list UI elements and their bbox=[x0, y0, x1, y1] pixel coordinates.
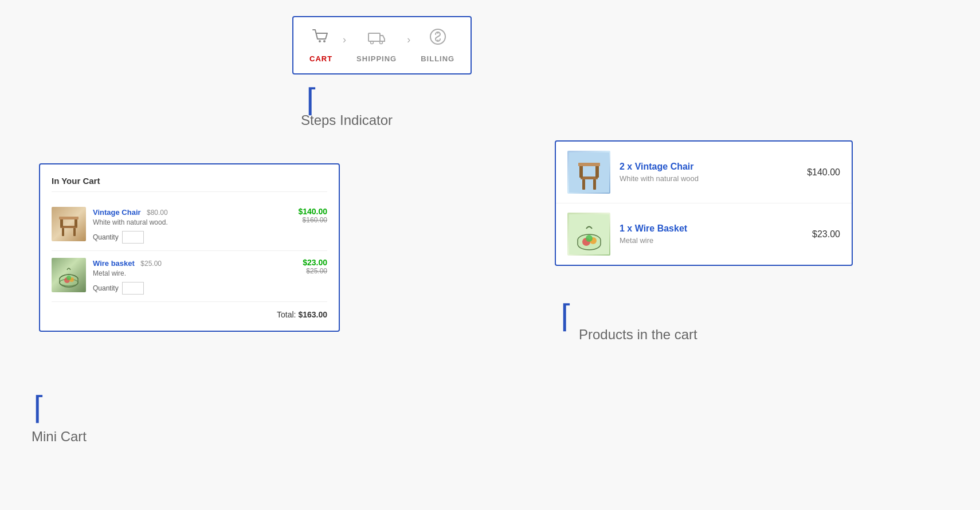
cart-total-label: Total: bbox=[277, 310, 296, 319]
svg-rect-21 bbox=[595, 165, 599, 178]
wire-basket-unit-price: $25.00 bbox=[140, 260, 162, 268]
arrow-2: › bbox=[407, 34, 410, 46]
wire-basket-original-price: $25.00 bbox=[303, 267, 327, 275]
cart-item-vintage-chair: Vintage Chair $80.00 White with natural … bbox=[52, 200, 327, 251]
product-basket-qty-name: 1 x Wire Basket bbox=[620, 223, 803, 234]
vintage-chair-qty-row: Quantity bbox=[93, 231, 291, 244]
step-billing-label: BILLING bbox=[421, 54, 454, 63]
product-chair-qty-name: 2 x Vintage Chair bbox=[620, 162, 798, 172]
svg-rect-11 bbox=[59, 217, 79, 219]
wire-basket-qty-row: Quantity bbox=[93, 282, 296, 295]
product-chair-price: $140.00 bbox=[807, 167, 840, 178]
wire-basket-final-price: $23.00 bbox=[303, 258, 327, 267]
svg-point-3 bbox=[371, 41, 374, 44]
wire-basket-details: Wire basket $25.00 Metal wire. Quantity bbox=[93, 258, 296, 295]
svg-rect-9 bbox=[60, 218, 63, 227]
product-row-vintage-chair: 2 x Vintage Chair White with natural woo… bbox=[556, 142, 852, 203]
wire-basket-image bbox=[52, 258, 86, 292]
step-billing[interactable]: BILLING bbox=[421, 28, 454, 63]
steps-bracket: ⌈ bbox=[306, 85, 318, 116]
product-basket-desc: Metal wire bbox=[620, 236, 803, 245]
wire-basket-name[interactable]: Wire basket bbox=[93, 259, 135, 268]
product-basket-price: $23.00 bbox=[812, 229, 840, 240]
product-basket-info: 1 x Wire Basket Metal wire bbox=[620, 223, 803, 245]
mini-cart-label: Mini Cart bbox=[32, 429, 87, 445]
vintage-chair-qty-input[interactable] bbox=[122, 231, 144, 244]
svg-rect-16 bbox=[569, 152, 609, 193]
product-chair-qty: 2 x bbox=[620, 162, 635, 171]
vintage-chair-qty-label: Quantity bbox=[93, 233, 119, 241]
products-cart: 2 x Vintage Chair White with natural woo… bbox=[555, 140, 853, 266]
wire-basket-desc: Metal wire. bbox=[93, 269, 296, 277]
vintage-chair-details: Vintage Chair $80.00 White with natural … bbox=[93, 207, 291, 244]
svg-point-26 bbox=[586, 235, 593, 242]
svg-rect-10 bbox=[75, 218, 77, 227]
product-basket-name[interactable]: Wire Basket bbox=[635, 223, 687, 233]
mini-cart-bracket: ⌈ bbox=[33, 390, 45, 426]
wire-basket-qty-input[interactable] bbox=[122, 282, 144, 295]
svg-point-15 bbox=[66, 276, 71, 280]
arrow-1: › bbox=[343, 34, 346, 46]
shipping-icon bbox=[367, 28, 386, 50]
vintage-chair-name[interactable]: Vintage Chair bbox=[93, 208, 141, 217]
svg-rect-2 bbox=[369, 33, 380, 41]
svg-rect-8 bbox=[73, 228, 76, 236]
billing-icon bbox=[429, 28, 447, 50]
vintage-chair-original-price: $160.00 bbox=[298, 216, 327, 224]
products-cart-label: Products in the cart bbox=[579, 327, 697, 343]
svg-point-0 bbox=[319, 40, 321, 42]
product-basket-thumb bbox=[567, 213, 610, 256]
svg-rect-7 bbox=[62, 228, 64, 236]
cart-icon bbox=[312, 28, 330, 50]
svg-point-1 bbox=[323, 40, 326, 42]
svg-rect-20 bbox=[579, 165, 583, 178]
cart-total: Total: $163.00 bbox=[52, 302, 327, 319]
product-chair-info: 2 x Vintage Chair White with natural woo… bbox=[620, 162, 798, 183]
steps-indicator: CART › SHIPPING › BILLING bbox=[292, 16, 472, 74]
product-basket-qty: 1 x bbox=[620, 223, 635, 233]
step-cart[interactable]: CART bbox=[309, 28, 332, 63]
step-cart-label: CART bbox=[309, 54, 332, 63]
product-chair-name[interactable]: Vintage Chair bbox=[635, 162, 694, 171]
svg-rect-19 bbox=[593, 179, 596, 190]
svg-point-4 bbox=[380, 41, 383, 44]
vintage-chair-unit-price: $80.00 bbox=[147, 209, 168, 217]
mini-cart: In Your Cart Vintage Chair $80.00 White … bbox=[39, 163, 340, 332]
step-shipping[interactable]: SHIPPING bbox=[356, 28, 397, 63]
vintage-chair-pricing: $140.00 $160.00 bbox=[298, 207, 327, 224]
vintage-chair-image bbox=[52, 207, 86, 241]
product-row-wire-basket: 1 x Wire Basket Metal wire $23.00 bbox=[556, 203, 852, 265]
products-cart-bracket: ⌈ bbox=[560, 298, 573, 335]
mini-cart-title: In Your Cart bbox=[52, 176, 327, 192]
cart-item-wire-basket: Wire basket $25.00 Metal wire. Quantity … bbox=[52, 251, 327, 302]
wire-basket-pricing: $23.00 $25.00 bbox=[303, 258, 327, 275]
cart-total-value: $163.00 bbox=[298, 310, 327, 319]
product-chair-thumb bbox=[567, 151, 610, 194]
vintage-chair-desc: White with natural wood. bbox=[93, 218, 291, 226]
step-shipping-label: SHIPPING bbox=[356, 54, 397, 63]
wire-basket-qty-label: Quantity bbox=[93, 284, 119, 292]
vintage-chair-final-price: $140.00 bbox=[298, 207, 327, 216]
steps-indicator-label: Steps Indicator bbox=[301, 112, 393, 128]
svg-rect-17 bbox=[581, 176, 598, 179]
svg-rect-22 bbox=[578, 163, 600, 166]
product-chair-desc: White with natural wood bbox=[620, 174, 798, 183]
svg-rect-18 bbox=[582, 179, 585, 190]
